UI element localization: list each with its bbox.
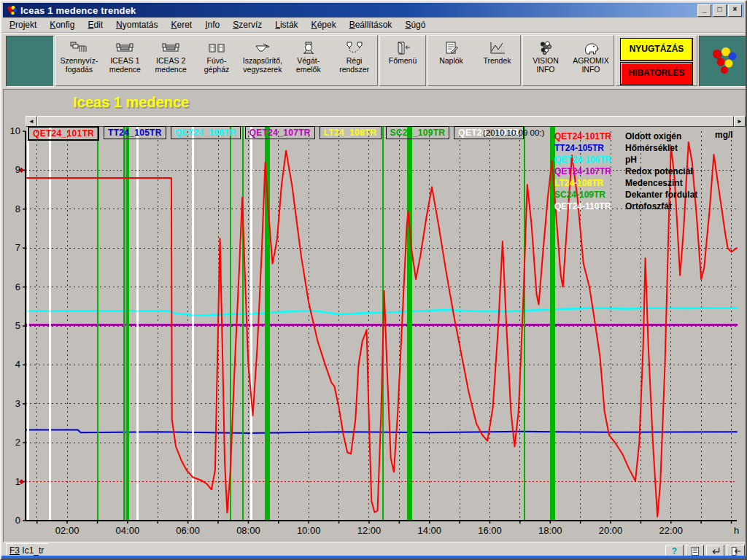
trends-button[interactable]: Trendek — [474, 36, 520, 85]
toolbar-group-plant: Szennyvíz-fogadás ICEAS 1medence ICEAS 2… — [55, 35, 378, 86]
scroll-right-icon[interactable]: ► — [734, 116, 746, 127]
close-button[interactable]: × — [728, 4, 742, 17]
menu-item[interactable]: Súgó — [398, 18, 432, 31]
menu-item[interactable]: Projekt — [3, 18, 43, 31]
menu-item[interactable]: Keret — [164, 18, 198, 31]
toolbar-group-alarm: NYUGTÁZÁS HIBATÖRLÉS — [616, 35, 697, 86]
iceas1-basin-button[interactable]: ICEAS 1medence — [102, 36, 148, 85]
legend-tag: SC24-109TR — [554, 190, 625, 200]
time-scrollbar[interactable]: ◄ ► — [26, 116, 746, 127]
basin-icon — [161, 39, 180, 57]
window-title: Iceas 1 medence trendek — [20, 5, 136, 16]
menu-item[interactable]: Konfig — [43, 18, 81, 31]
legend-row: QET24-106TR pH — [554, 154, 697, 166]
menu-item[interactable]: Edit — [81, 18, 109, 31]
main-menu-button[interactable]: Főmenü — [380, 36, 425, 85]
menu-bar: ProjektKonfigEditNyomtatásKeretInfoSzerv… — [3, 18, 744, 33]
tag-button[interactable]: QET24_106TR — [171, 126, 241, 139]
toolbar-group-main: Főmenü — [379, 35, 426, 86]
sewage-intake-button[interactable]: Szennyvíz-fogadás — [56, 36, 102, 85]
menu-item[interactable]: Listák — [268, 18, 304, 31]
exit-door-icon — [731, 546, 741, 556]
trend-chart-icon — [489, 39, 506, 57]
legend-row: QET24-107TR Redox potenciál — [554, 166, 697, 177]
screw-lift-button[interactable]: Végát-emelők — [285, 36, 331, 85]
restore-button[interactable]: □ — [713, 4, 727, 17]
return-arrow-icon — [711, 546, 721, 556]
title-bar: Iceas 1 medence trendek _ □ × — [3, 3, 744, 18]
grapes-logo-icon — [708, 45, 740, 77]
trend-start-timestamp: (2010.10.09 00:) — [483, 128, 544, 137]
thickener-icon — [254, 39, 271, 57]
toolbar-group-views: Naplók Trendek — [427, 35, 521, 86]
vision-info-button[interactable]: VISIONINFO — [523, 36, 568, 85]
basin-icon — [115, 39, 134, 57]
menu-item[interactable]: Nyomtatás — [109, 18, 164, 31]
toolbar-group-info: VISIONINFO AGROMIXINFO — [522, 35, 614, 86]
legend-name: Medenceszint — [625, 178, 683, 188]
scrollbar-thumb[interactable] — [37, 116, 734, 127]
toolbar-teal-panel — [6, 36, 54, 87]
taskbar-edge — [1, 556, 747, 559]
blower-house-button[interactable]: Fúvó-gépház — [194, 36, 240, 85]
logs-button[interactable]: Naplók — [428, 36, 474, 85]
blowers-icon — [208, 39, 225, 57]
legend-row: LT24-108TR Medenceszint — [554, 177, 697, 189]
toolbar: Szennyvíz-fogadás ICEAS 1medence ICEAS 2… — [3, 33, 744, 90]
logs-icon — [444, 39, 460, 57]
legend-name: Ortofoszfát — [625, 201, 672, 211]
app-logo-icon — [6, 5, 18, 15]
y-axis-unit: mg/l — [715, 130, 733, 140]
legend-tag: QET24-107TR — [554, 166, 625, 176]
legend-row: SC24-109TR Dekanter fordulat — [554, 189, 697, 201]
minimize-button[interactable]: _ — [697, 4, 711, 17]
iceas2-basin-button[interactable]: ICEAS 2medence — [148, 36, 194, 85]
old-system-button[interactable]: Régirendszer — [331, 36, 377, 85]
legend-tag: LT24-108TR — [554, 178, 625, 188]
legend-tag: QET24-106TR — [554, 155, 625, 165]
grapes-icon — [537, 39, 554, 57]
agromix-info-button[interactable]: AGROMIXINFO — [568, 36, 614, 85]
legend-tag: QET24-110TR — [554, 201, 625, 211]
screwpump-icon — [300, 39, 317, 57]
tag-button[interactable]: TT24_105TR — [104, 126, 166, 139]
document-icon — [690, 546, 700, 556]
legend-name: Oldott oxigén — [625, 131, 681, 141]
menu-item[interactable]: Info — [198, 18, 226, 31]
legend-tag: QET24-101TR — [554, 131, 625, 141]
legend: QET24-101TR Oldott oxigén TT24-105TR Hőm… — [554, 131, 697, 212]
company-logo — [699, 36, 747, 87]
legend-tag: TT24-105TR — [554, 143, 625, 153]
acknowledge-button[interactable]: NYUGTÁZÁS — [620, 38, 693, 61]
legend-name: Dekanter fordulat — [625, 190, 697, 200]
legend-name: pH — [625, 155, 637, 165]
tag-button[interactable]: QET24_101TR — [28, 126, 99, 141]
legend-name: Redox potenciál — [625, 166, 693, 176]
legend-row: QET24-101TR Oldott oxigén — [554, 131, 697, 142]
sludge-thickener-button[interactable]: Iszapsűrítő,vegyszerek — [239, 36, 285, 85]
legend-row: TT24-105TR Hőmérséklet — [554, 142, 697, 154]
pipes-icon — [70, 39, 88, 57]
tag-button[interactable]: SC24_109TR — [386, 126, 450, 139]
exit-door-icon — [394, 39, 411, 57]
menu-item[interactable]: Beállítások — [343, 18, 399, 31]
scroll-left-icon[interactable]: ◄ — [26, 116, 37, 127]
tag-button[interactable]: QET24_107TR — [245, 126, 315, 139]
menu-item[interactable]: Szervíz — [226, 18, 268, 31]
legend-row: QET24-110TR Ortofoszfát — [554, 201, 697, 212]
chart-title: Iceas 1 medence — [73, 94, 189, 111]
app-window: Iceas 1 medence trendek _ □ × ProjektKon… — [0, 0, 747, 560]
old-system-icon — [346, 39, 363, 57]
legend-name: Hőmérséklet — [625, 143, 678, 153]
tag-selector-row: QET24_101TRTT24_105TRQET24_106TRQET24_10… — [28, 126, 524, 141]
menu-item[interactable]: Képek — [305, 18, 343, 31]
tag-button[interactable]: LT24_108TR — [320, 126, 382, 139]
elephant-icon — [582, 39, 600, 57]
error-clear-button[interactable]: HIBATÖRLÉS — [620, 62, 693, 85]
